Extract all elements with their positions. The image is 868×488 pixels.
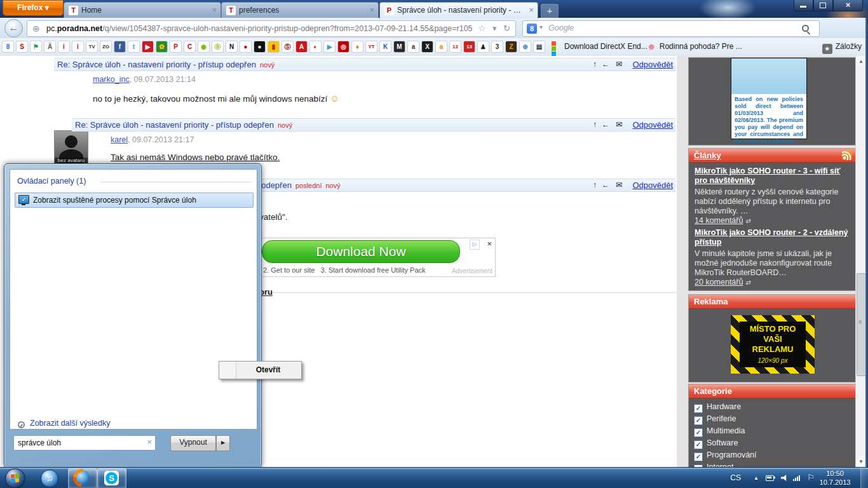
tab-spravce-uloh[interactable]: P Správce úloh - nastavení priority - př… <box>379 2 538 18</box>
reply-link[interactable]: Odpovědět <box>632 179 673 191</box>
idnes-b-bookmark-icon[interactable]: i <box>72 41 83 52</box>
article-title-link[interactable]: MikroTik jako SOHO router - 3 - wifi síť… <box>695 166 840 185</box>
url-bar[interactable]: ⊕ pc.poradna.net/q/view/1054387-spravce-… <box>27 20 516 37</box>
nhl-bookmark-icon[interactable]: N <box>226 41 237 52</box>
arrow-up-icon[interactable]: ↑ <box>593 58 597 71</box>
tv-program-bookmark-icon[interactable]: TV <box>86 41 97 52</box>
youtube-bookmark-icon[interactable]: ▶ <box>142 41 153 52</box>
facebook-bookmark-icon[interactable]: f <box>114 41 125 52</box>
atlas-bookmark-icon[interactable]: a <box>408 41 419 52</box>
category-item-programování[interactable]: ✓Programování <box>694 451 855 460</box>
reply-link[interactable]: Odpovědět <box>632 58 673 71</box>
mail-icon[interactable]: ✉ <box>616 58 622 71</box>
rss-icon[interactable] <box>842 150 852 160</box>
reload-icon[interactable]: ↻ <box>503 24 510 33</box>
arrow-up-icon[interactable]: ↑ <box>593 119 597 131</box>
seznam-bookmark-icon[interactable]: S <box>17 41 27 52</box>
yt-mp3-bookmark-icon[interactable]: YT <box>366 41 377 52</box>
translator-bookmark-icon[interactable]: Ä <box>44 41 55 52</box>
tux-bookmark-icon[interactable]: ♟ <box>478 41 489 52</box>
tab-home[interactable]: T Home × <box>64 2 221 18</box>
arsenal-bookmark-icon[interactable]: A <box>296 41 307 52</box>
article-comments-link[interactable]: 20 komentářů <box>695 278 743 287</box>
firefox-menu-button[interactable]: Firefox ▾ <box>3 0 64 16</box>
checkbox-checked-icon[interactable]: ✓ <box>694 428 703 437</box>
shutdown-button[interactable]: Vypnout <box>170 435 216 451</box>
scrollbar-up-button[interactable]: ▲ <box>857 57 865 66</box>
arrow-back-icon[interactable]: ← <box>602 179 609 191</box>
sport-ball-bookmark-icon[interactable]: ● <box>240 41 251 52</box>
see-more-results-link[interactable]: Zobrazit další výsledky <box>17 419 110 428</box>
sunflower-bookmark-icon[interactable]: ✿ <box>156 41 167 52</box>
start-search-input[interactable] <box>17 437 143 449</box>
close-icon[interactable]: × <box>529 5 534 15</box>
tray-expand-icon[interactable]: ▲ <box>754 475 759 481</box>
checkbox-checked-icon[interactable]: ✓ <box>694 404 703 413</box>
chevron-down-icon[interactable]: ▾ <box>539 24 543 30</box>
tv-3-bookmark-icon[interactable]: 3 <box>492 41 503 52</box>
close-icon[interactable]: × <box>212 5 217 15</box>
language-indicator[interactable]: CS <box>730 473 741 482</box>
cesky-web-bookmark-icon[interactable]: C <box>184 41 195 52</box>
author-link[interactable]: karel <box>111 135 128 144</box>
zing-bookmark-icon[interactable]: Z <box>506 41 517 52</box>
checkbox-checked-icon[interactable]: ✓ <box>694 440 703 449</box>
idnes-a-bookmark-icon[interactable]: i <box>58 41 69 52</box>
firefox-taskbar-button[interactable] <box>68 468 97 488</box>
category-item-hardware[interactable]: ✓Hardware <box>694 402 855 412</box>
arrow-up-icon[interactable]: ↑ <box>593 179 597 191</box>
back-button[interactable]: ← <box>4 19 23 37</box>
post-title[interactable]: Re: Správce úloh - nastavení priority - … <box>57 60 256 69</box>
clear-search-icon[interactable]: × <box>147 437 152 447</box>
ski-bookmark-icon[interactable]: K <box>380 41 391 52</box>
nvidia-bookmark-icon[interactable]: ◉ <box>198 41 209 52</box>
scrollbar-down-button[interactable]: ▼ <box>857 457 865 466</box>
category-item-software[interactable]: ✓Software <box>694 438 855 448</box>
close-window-button[interactable]: × <box>833 0 863 11</box>
reklama-placeholder-ad[interactable]: MÍSTO PRO VAŠI REKLAMU 120×90 px <box>731 315 815 374</box>
google-bookmark-icon[interactable]: 8 <box>3 41 13 52</box>
target-bookmark-icon[interactable]: ◎ <box>338 41 349 52</box>
fotbal-bookmark-icon[interactable]: ● <box>254 41 265 52</box>
search-result-task-manager[interactable]: ✓ Zobrazit spuštěné procesy pomocí Správ… <box>15 193 254 208</box>
adchoices-icon[interactable]: ▷ <box>470 240 480 250</box>
android-app-bookmark-icon[interactable]: ⓐ <box>212 41 223 52</box>
bookmark-star-icon[interactable]: ☆ <box>478 24 486 33</box>
mail-icon[interactable]: ✉ <box>616 119 622 131</box>
tv-13b-bookmark-icon[interactable]: 13 <box>464 41 475 52</box>
red-card-bookmark-icon[interactable]: ▮ <box>268 41 279 52</box>
articles-header-label[interactable]: Články <box>694 151 721 160</box>
checkbox-checked-icon[interactable]: ✓ <box>694 416 703 425</box>
mail-icon[interactable]: ✉ <box>616 179 622 191</box>
bookmark-rodinna-pohoda[interactable]: ☻Rodinná pohoda? Pre ... <box>647 41 742 53</box>
alza-bookmark-icon[interactable]: a <box>436 41 447 52</box>
itunes-taskbar-icon[interactable]: ♫ <box>41 470 58 487</box>
reader-bookmark-icon[interactable]: ▤ <box>534 41 545 52</box>
start-search-box[interactable]: × <box>13 435 156 451</box>
category-item-periferie[interactable]: ✓Periferie <box>694 414 855 424</box>
author-link[interactable]: marko_inc <box>93 75 130 84</box>
poradna-net-bookmark-icon[interactable]: P <box>170 41 181 52</box>
article-comments-link[interactable]: 14 komentářů <box>695 216 743 225</box>
arrow-back-icon[interactable]: ← <box>602 119 609 131</box>
scrollbar-thumb[interactable] <box>857 273 866 376</box>
x-site-bookmark-icon[interactable]: X <box>422 41 433 52</box>
bookmark-download-directx[interactable]: Download DirectX End... <box>552 41 648 53</box>
twitter-bookmark-icon[interactable]: t <box>128 41 139 52</box>
new-tab-button[interactable]: + <box>541 4 559 18</box>
skype-taskbar-button[interactable]: S <box>97 468 126 488</box>
category-item-multimedia[interactable]: ✓Multimedia <box>694 426 855 436</box>
m-site-bookmark-icon[interactable]: M <box>394 41 405 52</box>
network-icon[interactable] <box>793 475 802 481</box>
stream-play-bookmark-icon[interactable]: ▶ <box>324 41 335 52</box>
post-title[interactable]: Re: Správce úloh - nastavení priority - … <box>75 120 274 130</box>
volume-icon[interactable] <box>781 475 788 481</box>
minimize-button[interactable] <box>794 0 813 11</box>
close-ad-icon[interactable]: × <box>487 239 492 248</box>
start-button[interactable] <box>5 468 25 488</box>
arrow-back-icon[interactable]: ← <box>602 58 609 71</box>
show-desktop-button[interactable] <box>860 468 868 488</box>
shutdown-options-arrow[interactable]: ▶ <box>216 435 230 451</box>
download-now-button[interactable]: Download Now <box>262 240 460 263</box>
reply-link[interactable]: Odpovědět <box>632 119 673 131</box>
